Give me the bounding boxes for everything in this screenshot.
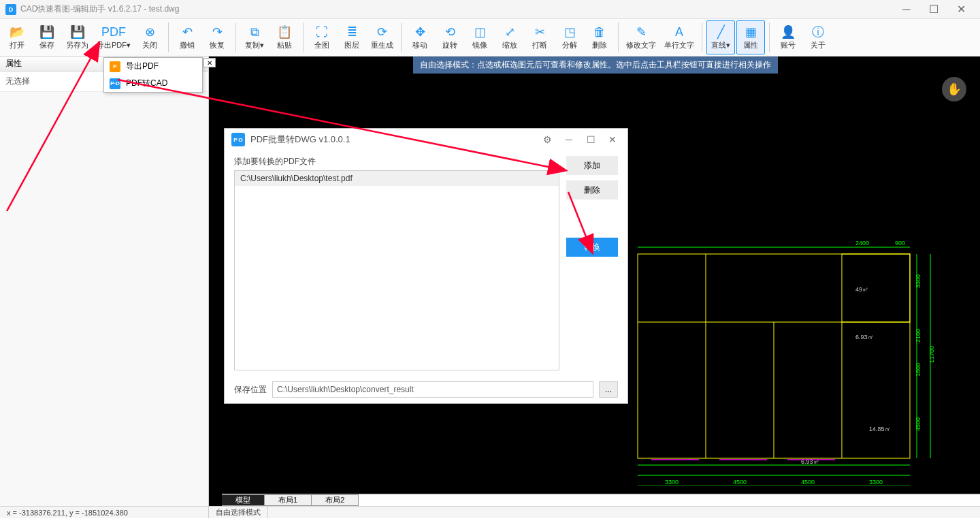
tool-label: 旋转	[442, 40, 457, 50]
tool-撤销[interactable]: ↶撤销	[173, 20, 201, 54]
mode-display: 自由选择模式	[209, 507, 268, 518]
tool-label: 关于	[811, 40, 826, 50]
tool-粘贴[interactable]: 📋粘贴	[270, 20, 299, 54]
dialog-maximize-button[interactable]: ☐	[583, 131, 599, 148]
coords-display: x = -3138376.211, y = -1851024.380	[0, 507, 209, 518]
tool-label: 恢复	[210, 40, 225, 50]
撤销-icon: ↶	[179, 25, 195, 39]
save-location-label: 保存位置	[234, 384, 267, 396]
cad-icon: P·D	[110, 78, 120, 89]
tool-重生成[interactable]: ⟳重生成	[368, 20, 397, 54]
window-controls: ─ ☐ ✕	[893, 0, 975, 19]
tool-删除[interactable]: 🗑删除	[585, 20, 614, 54]
tool-分解[interactable]: ◳分解	[555, 20, 584, 54]
dialog-titlebar: P·D PDF批量转DWG v1.0.0.1 ⚙ ─ ☐ ✕	[225, 129, 627, 150]
tool-修改文字[interactable]: ✎修改文字	[623, 20, 659, 54]
tool-label: 打开	[10, 40, 24, 50]
tool-账号[interactable]: 👤账号	[774, 20, 802, 54]
hint-bar: 自由选择模式：点选或框选图元后可查看和修改属性。选中后点击工具栏按钮可直接进行相…	[413, 57, 778, 74]
tool-单行文字[interactable]: A单行文字	[661, 20, 698, 54]
tool-另存为[interactable]: 💾另存为	[63, 20, 92, 54]
svg-text:6.93㎡: 6.93㎡	[801, 458, 819, 465]
toolbar-separator	[702, 22, 702, 52]
tool-打断[interactable]: ✂打断	[525, 20, 554, 54]
tool-复制[interactable]: ⧉复制▾	[240, 20, 269, 54]
tool-直线[interactable]: ╱直线▾	[706, 20, 735, 54]
tool-打开[interactable]: 📂打开	[3, 20, 31, 54]
dd-label: 导出PDF	[126, 61, 159, 72]
tool-label: 撤销	[180, 40, 195, 50]
打开-icon: 📂	[9, 25, 25, 39]
修改文字-icon: ✎	[633, 25, 649, 39]
minimize-button[interactable]: ─	[893, 0, 920, 19]
粘贴-icon: 📋	[276, 25, 293, 39]
toolbar-separator	[235, 22, 236, 52]
tool-移动[interactable]: ✥移动	[406, 20, 434, 54]
复制-icon: ⧉	[246, 25, 263, 39]
tool-缩放[interactable]: ⤢缩放	[495, 20, 524, 54]
tool-label: 复制▾	[245, 40, 264, 50]
tool-保存[interactable]: 💾保存	[33, 20, 61, 54]
dropdown-item-export-pdf[interactable]: P 导出PDF	[104, 58, 202, 75]
dialog-section-label: 添加要转换的PDF文件	[234, 156, 559, 168]
browse-button[interactable]: ...	[599, 381, 618, 398]
dialog-settings-icon[interactable]: ⚙	[539, 131, 555, 148]
titlebar-text: CAD快速看图-编辑助手 v1.6.2.17 - test.dwg	[20, 3, 893, 15]
svg-rect-5	[842, 254, 910, 322]
tool-label: 单行文字	[664, 40, 694, 50]
tool-图层[interactable]: ≣图层	[338, 20, 366, 54]
tool-label: 关闭	[142, 40, 157, 50]
svg-text:2400: 2400	[855, 240, 869, 246]
svg-text:2100: 2100	[915, 329, 921, 343]
dialog-minimize-button[interactable]: ─	[561, 131, 577, 148]
另存为-icon: 💾	[69, 25, 86, 39]
tool-关于[interactable]: ⓘ关于	[804, 20, 832, 54]
maximize-button[interactable]: ☐	[920, 0, 947, 19]
tool-label: 全图	[314, 40, 329, 50]
tool-旋转[interactable]: ⟲旋转	[436, 20, 464, 54]
dd-label: PDF转CAD	[126, 78, 167, 89]
titlebar: D CAD快速看图-编辑助手 v1.6.2.17 - test.dwg ─ ☐ …	[0, 0, 980, 19]
tool-全图[interactable]: ⛶全图	[308, 20, 336, 54]
tool-label: 重生成	[371, 40, 393, 50]
pdf-file-list[interactable]: C:\Users\liukh\Desktop\test.pdf	[234, 170, 559, 370]
tool-关闭[interactable]: ⊗关闭	[135, 20, 164, 54]
tool-镜像[interactable]: ◫镜像	[466, 20, 494, 54]
分解-icon: ◳	[561, 25, 578, 39]
tool-label: 删除	[592, 40, 607, 50]
svg-text:4500: 4500	[733, 479, 747, 486]
tool-label: 分解	[562, 40, 577, 50]
dropdown-item-pdf-to-cad[interactable]: P·D PDF转CAD	[104, 75, 202, 92]
main-toolbar: 📂打开💾保存💾另存为PDF导出PDF▾⊗关闭↶撤销↷恢复⧉复制▾📋粘贴⛶全图≣图…	[0, 19, 980, 57]
tool-导出PDF[interactable]: PDF导出PDF▾	[93, 20, 134, 54]
移动-icon: ✥	[412, 25, 428, 39]
convert-button[interactable]: 转换	[566, 238, 618, 257]
toolbar-separator	[168, 22, 169, 52]
tool-label: 保存	[39, 40, 54, 50]
图层-icon: ≣	[344, 25, 360, 39]
dialog-right-pane: 添加 删除 转换	[566, 156, 618, 370]
tab-布局2[interactable]: 布局2	[312, 494, 359, 506]
save-path-field[interactable]: C:\Users\liukh\Desktop\convert_result	[272, 381, 593, 398]
dropdown-close-icon[interactable]: ✕	[203, 58, 216, 67]
add-button[interactable]: 添加	[566, 156, 618, 175]
tool-label: 镜像	[472, 40, 487, 50]
svg-text:1800: 1800	[915, 363, 921, 377]
旋转-icon: ⟲	[442, 25, 458, 39]
delete-button[interactable]: 删除	[566, 180, 618, 200]
单行文字-icon: A	[671, 25, 687, 39]
export-pdf-dropdown: ✕ P 导出PDF P·D PDF转CAD	[103, 57, 203, 93]
关闭-icon: ⊗	[142, 25, 158, 39]
恢复-icon: ↷	[209, 25, 225, 39]
tab-布局1[interactable]: 布局1	[265, 494, 312, 506]
tab-模型[interactable]: 模型	[222, 494, 265, 506]
pan-tool-icon[interactable]: ✋	[942, 77, 966, 101]
tool-恢复[interactable]: ↷恢复	[203, 20, 231, 54]
tool-属性[interactable]: ▦属性	[736, 20, 765, 54]
close-button[interactable]: ✕	[947, 0, 975, 19]
导出PDF-icon: PDF	[105, 25, 122, 39]
svg-text:14.85㎡: 14.85㎡	[869, 426, 891, 432]
statusbar: x = -3138376.211, y = -1851024.380 自由选择模…	[0, 506, 980, 518]
list-item[interactable]: C:\Users\liukh\Desktop\test.pdf	[235, 171, 559, 186]
dialog-close-button[interactable]: ✕	[604, 131, 621, 148]
